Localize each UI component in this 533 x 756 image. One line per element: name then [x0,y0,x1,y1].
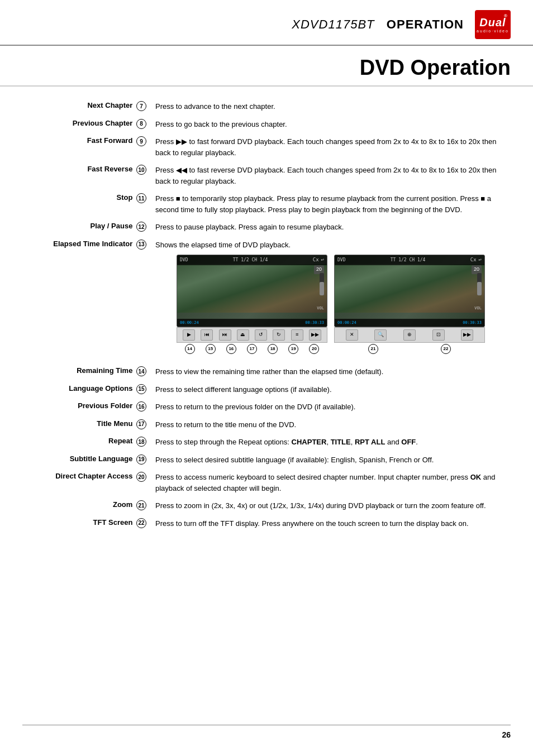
registered-mark: ® [504,13,507,18]
table-row: Subtitle Language 19 Press to select des… [22,451,511,469]
dvd-screen-display-right: DVD TT 1/2 CH 1/4 Cx ↩ 20 [334,255,485,327]
entry-desc-play-pause: Press to pause playback. Press again to … [151,218,511,236]
circle-num-21: 21 [136,500,146,510]
table-row: Remaining Time 14 Press to view the rema… [22,363,511,381]
vol-label-right: VOL [474,305,482,312]
logo-sub: audio·video [477,29,509,33]
ctrl-menu-icon[interactable]: ≡ [291,329,303,341]
time-start-left: 00:00:24 [180,320,199,326]
ctrl-search-icon[interactable]: 🔍 [374,329,387,341]
dvd-header-right: DVD TT 1/2 CH 1/4 Cx ↩ [335,255,484,265]
entry-desc-zoom: Press to zoom in (2x, 3x, 4x) or out (1/… [151,497,511,515]
ctrl-num-19: 19 [288,344,298,354]
dvd-icons-right: Cx ↩ [470,256,482,264]
dvd-label-left: DVD [180,257,188,264]
circle-num-15: 15 [136,384,146,394]
entry-desc-previous-chapter: Press to go back to the previous chapter… [151,116,511,133]
right-controls-bar: ✕ 🔍 ⊕ ⊡ ▶▶ [334,327,485,343]
ctrl-tft-icon[interactable]: ⊡ [432,329,445,341]
screenshot-section: DVD TT 1/2 CH 1/4 Cx ↩ 20 [155,250,506,360]
entry-desc-stop: Press ■ to temporarily stop playback. Pr… [151,190,511,218]
circle-num-12: 12 [136,222,146,232]
screens-and-controls: DVD TT 1/2 CH 1/4 Cx ↩ 20 [155,255,506,355]
ctrl-num-22: 22 [441,344,451,354]
dvd-footer-left: 00:00:24 00:30:33 [177,319,327,327]
dvd-icons-left: Cx ↩ [313,256,324,264]
header-title: XDVD1175BT OPERATION [292,17,464,32]
table-row: Fast Forward 9 Press ▶▶ to fast forward … [22,133,511,161]
dvd-footer-right: 00:00:24 00:30:33 [335,319,484,327]
entry-label-repeat: Repeat 18 [22,433,151,451]
back-icon-left: ↩ [321,256,324,264]
circle-num-13: 13 [136,240,146,250]
ctrl-ff-icon[interactable]: ▶▶ [461,329,473,341]
ctrl-num-15: 15 [206,344,216,354]
time-end-left: 00:30:33 [305,320,324,326]
left-nums-row: 14 15 16 17 18 19 20 [177,343,327,355]
cx-icon-left: Cx [313,256,319,264]
logo-text: Dual [479,17,506,28]
ctrl-prev-icon[interactable]: ⏮ [201,329,213,341]
entry-label-zoom: Zoom 21 [22,497,151,515]
brand-logo: ® Dual audio·video [475,10,511,39]
table-row: Previous Chapter 8 Press to go back to t… [22,116,511,133]
ctrl-eject-icon[interactable]: ⏏ [237,329,249,341]
ctrl-repeat-icon[interactable]: ↺ [255,329,267,341]
page-number: 26 [502,730,511,739]
entry-desc-next-chapter: Press to advance to the next chapter. [151,98,511,116]
entry-desc-fast-forward: Press ▶▶ to fast forward DVD playback. E… [151,133,511,161]
ctrl-play-icon[interactable]: ▶ [183,329,195,341]
cx-icon-right: Cx [470,256,477,264]
entry-desc-remaining-time: Press to view the remaining time rather … [151,363,511,381]
entry-desc-elapsed-time: Shows the elapsed time of DVD playback. [151,236,511,363]
volume-fill-left [320,282,324,295]
ctrl-prev2-icon[interactable]: ⏭ [219,329,231,341]
model-name: XDVD1175BT [292,17,374,31]
ctrl-num-21: 21 [368,344,378,354]
operation-label: OPERATION [387,17,464,31]
content-area: Next Chapter 7 Press to advance to the n… [0,87,533,554]
table-row: Elapsed Time Indicator 13 Shows the elap… [22,236,511,363]
circle-num-19: 19 [136,454,146,465]
entries-table: Next Chapter 7 Press to advance to the n… [22,98,511,532]
dvd-image-left [177,264,327,313]
page-title: DVD Operation [22,56,511,80]
screens-row: DVD TT 1/2 CH 1/4 Cx ↩ 20 [177,255,485,355]
table-row: Play / Pause 12 Press to pause playback.… [22,218,511,236]
ctrl-num-14: 14 [185,344,195,354]
time-end-right: 00:30:33 [463,320,482,326]
ctrl-num-18: 18 [268,344,278,354]
volume-bar-left [320,273,324,295]
circle-num-20: 20 [136,472,146,482]
volume-bar-right [477,273,482,295]
circle-num-18: 18 [136,437,146,447]
ctrl-repeat2-icon[interactable]: ↻ [273,329,285,341]
table-row: Title Menu 17 Press to return to the tit… [22,416,511,434]
entry-label-stop: Stop 11 [22,190,151,218]
entry-desc-subtitle-language: Press to select desired subtitle languag… [151,451,511,469]
right-nums-row: 21 22 [334,343,485,355]
table-row: Repeat 18 Press to step through the Repe… [22,433,511,451]
ctrl-num-16: 16 [226,344,236,354]
entry-label-elapsed-time: Elapsed Time Indicator 13 [22,236,151,363]
entry-label-previous-folder: Previous Folder 16 [22,398,151,416]
bottom-line [22,725,511,725]
dvd-screen-right: DVD TT 1/2 CH 1/4 Cx ↩ 20 [334,255,485,355]
circle-num-16: 16 [136,401,146,412]
table-row: Previous Folder 16 Press to return to th… [22,398,511,416]
ctrl-zoom-icon[interactable]: ⊕ [403,329,416,341]
dvd-info-left: TT 1/2 CH 1/4 [233,257,268,264]
entry-label-previous-chapter: Previous Chapter 8 [22,116,151,133]
ctrl-x-icon[interactable]: ✕ [346,329,358,341]
circle-num-7: 7 [136,101,146,111]
entry-label-fast-forward: Fast Forward 9 [22,133,151,161]
header: XDVD1175BT OPERATION ® Dual audio·video [0,0,533,46]
entry-desc-title-menu: Press to return to the title menu of the… [151,416,511,434]
entry-label-direct-chapter: Direct Chapter Access 20 [22,468,151,497]
entry-label-remaining-time: Remaining Time 14 [22,363,151,381]
circle-num-8: 8 [136,119,146,129]
table-row: Language Options 15 Press to select diff… [22,381,511,399]
entry-desc-repeat: Press to step through the Repeat options… [151,433,511,451]
entry-desc-language-options: Press to select different language optio… [151,381,511,399]
ctrl-skip-icon[interactable]: ▶▶ [309,329,321,341]
